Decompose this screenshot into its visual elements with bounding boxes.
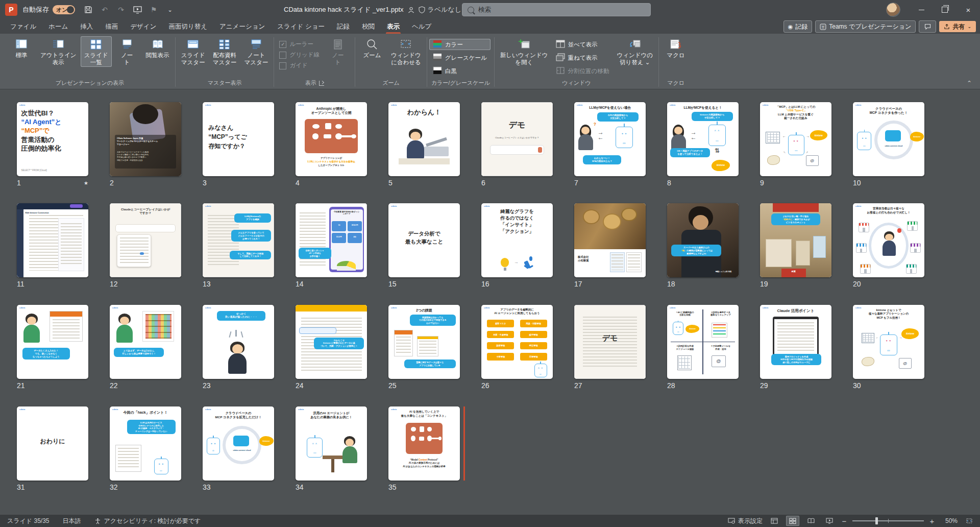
slide-thumbnail[interactable]: cdataクラウドベースのMCP コネクタを作った！cdata connect … (853, 102, 924, 176)
language-indicator[interactable]: 日本語 (63, 517, 81, 525)
slide-thumbnail[interactable]: cdata①AI に業績関係の分析を依頼● ●kintone②訪問を優先すべき顧… (667, 305, 739, 379)
ribbon-button[interactable]: 標準 (7, 36, 36, 60)
restore-button[interactable] (933, 0, 957, 19)
save-icon[interactable] (81, 3, 95, 16)
display-settings-button[interactable]: 表示設定 (728, 517, 763, 525)
slide-thumbnail[interactable]: cdataクラウドベースのMCP コネクタを拡充しただけ！cdata conne… (203, 406, 274, 481)
minimize-button[interactable] (910, 0, 933, 19)
slide-thumbnail[interactable]: デモ (574, 305, 646, 379)
slide-thumbnail[interactable]: デモClaudeとコーヒーブレイクはいかがですか？ (481, 102, 553, 176)
share-button[interactable]: 共有 ⌄ (939, 21, 976, 32)
zoom-in-button[interactable]: + (929, 517, 935, 525)
slide-thumbnail[interactable]: スーパーやお土産屋さんの「棚」の確保が営業側にとっては最重要なんですよね情報シス… (667, 203, 739, 277)
slide-thumbnail[interactable]: cdataLLMがMCPを使えない場合今年の商談情報から予実分析して？？→←● … (574, 102, 646, 176)
ribbon-tab[interactable]: ヘルプ (406, 19, 437, 34)
ribbon-tab[interactable]: 画面切り替え (162, 19, 213, 34)
search-input[interactable]: 検索 (462, 3, 651, 16)
slide-thumbnail[interactable]: cdata汎用のAI エージェントがあなたの業務の良きお供に！^ ^ (296, 406, 367, 481)
undo-icon[interactable]: ↶ (97, 3, 112, 16)
collapse-ribbon-icon[interactable]: ⌃ (967, 80, 972, 87)
slide-thumbnail[interactable]: cdataアプリのデータを縦断的にAI エージェントに利用してもらおう顧客マスタ… (481, 305, 553, 379)
record-button[interactable]: ◉ 記録 (783, 20, 813, 33)
ribbon-button[interactable]: マクロ (661, 36, 691, 60)
ribbon-tab[interactable]: 挿入 (74, 19, 99, 34)
ribbon-button[interactable]: ズーム (357, 36, 387, 60)
slide-thumbnail[interactable]: 株式会社小松製菓 (574, 203, 646, 277)
ribbon-button[interactable]: アウトライン 表示 (37, 36, 80, 67)
zoom-slider-thumb[interactable] (875, 517, 878, 524)
reading-view-button[interactable] (804, 516, 818, 526)
ribbon-button[interactable]: ノート マスター (241, 36, 272, 67)
ribbon-tab[interactable]: ホーム (42, 19, 74, 34)
ribbon-button[interactable]: ノー ト (323, 36, 353, 67)
ribbon-button[interactable]: 並べて表示 (552, 39, 613, 50)
slide-thumbnail[interactable]: cdataデータ分析で最も大事なこと (388, 203, 460, 277)
label-status[interactable]: ラベルなし (428, 5, 462, 14)
slide-thumbnail[interactable]: cdatakintone とセットで様々な基幹アプリケーションのMCP もフル活… (853, 305, 924, 379)
slide-thumbnail[interactable]: cdataみなさん“MCP”ってご存知ですか？ (203, 102, 274, 176)
ribbon-tab[interactable]: スライド ショー (271, 19, 331, 34)
ribbon-tab[interactable]: デザイン (124, 19, 162, 34)
teams-present-button[interactable]: T Teams でプレゼンテーション (815, 20, 916, 33)
accessibility-status[interactable]: アクセシビリティ: 検討が必要です (94, 517, 201, 525)
ribbon-button[interactable]: カラー (429, 39, 491, 50)
zoom-percent[interactable]: 50% (940, 517, 958, 524)
slide-thumbnail[interactable]: Claudeとコーヒーブレイクはいかがですか？ (110, 203, 181, 277)
slide-thumbnail[interactable]: cdataわからん！ (388, 102, 460, 176)
slide-thumbnail[interactable]: cdataとりあえず、データは入れたし忙しいから後は感覚で頑張ろう！ (110, 305, 181, 379)
slide-indicator[interactable]: スライド 35/35 (7, 517, 50, 525)
ribbon-button[interactable]: ウィンドウの 切り替え ⌄ (613, 36, 656, 67)
slide-thumbnail[interactable]: だからこそkintone に蓄積されたデータに基づいて、判断・アクションが重要に… (296, 305, 367, 379)
slide-thumbnail[interactable]: cdata今回の「hack」ポイント！LLM は汎用のサービス今回のシナリオに特… (110, 406, 181, 481)
ribbon-tab[interactable]: 表示 (381, 19, 406, 34)
ribbon-tab[interactable]: 描画 (99, 19, 124, 34)
slide-thumbnail[interactable]: cdataLLMがMCPを使えると！kintone の商談情報から予実分析して？… (667, 102, 739, 176)
avatar[interactable] (886, 3, 900, 17)
ribbon-button[interactable]: 重ねて表示 (552, 52, 613, 63)
slide-thumbnail[interactable]: cdataデータたくさん入れた！でも、使いこなせなくなっちゃったらどうしよう (17, 305, 88, 379)
ribbon-button[interactable]: 分割位置の移動 (552, 65, 613, 77)
ribbon-button[interactable]: グレースケール (429, 52, 491, 63)
close-button[interactable]: × (957, 0, 980, 19)
slide-thumbnail[interactable]: cdataせっかく良い道具が揃ったのに・・・ (203, 305, 274, 379)
comments-button[interactable] (919, 20, 936, 33)
start-slideshow-icon[interactable] (130, 3, 144, 16)
flag-icon[interactable]: ⚑ (146, 3, 161, 16)
ribbon-button[interactable]: スライド マスター (178, 36, 209, 67)
slide-sorter-view-button[interactable] (786, 516, 799, 526)
ribbon-button[interactable]: 閲覧表示 (142, 36, 173, 60)
ribbon-checkbox[interactable]: ガイド (279, 62, 320, 69)
ribbon-button[interactable]: 配布資料 マスター (209, 36, 240, 67)
ribbon-tab[interactable]: ファイル (4, 19, 42, 34)
normal-view-button[interactable] (768, 516, 781, 526)
dialog-launcher-icon[interactable] (319, 81, 324, 86)
slide-thumbnail[interactable]: cdataClaude 活用ポイント専用プロジェクトを作成目的や使うMCPの情報… (760, 305, 831, 379)
ribbon-button[interactable]: ウィンドウ に合わせる (387, 36, 425, 67)
slide-thumbnail[interactable]: Edit kintone Connection (17, 203, 88, 277)
zoom-out-button[interactable]: − (841, 517, 847, 525)
fit-slide-to-window-button[interactable] (963, 516, 976, 526)
ribbon-button[interactable]: ノー ト (112, 36, 142, 67)
ribbon-button[interactable]: 新しいウィンドウ を開く (497, 36, 552, 67)
ribbon-checkbox[interactable]: ✓ルーラー (279, 40, 320, 48)
slide-thumbnail[interactable]: cdata営業担当者は日々様々なお客様との打ち合わせで大忙し！ (853, 203, 924, 277)
slide-thumbnail[interactable]: どれだけ良い棚・売り場を「戦略的に」確保できるかがビジネスのポイント銘菓 (760, 203, 831, 277)
ribbon-button[interactable]: 白黒 (429, 65, 491, 77)
redo-icon[interactable]: ↷ (114, 3, 128, 16)
slide-thumbnail[interactable]: cdata「MCP」とはLLM にとっての「USB Type-C」LLM と外部… (760, 102, 831, 176)
slide-thumbnail[interactable]: cdata2つの課題商談情報は分かってもその後の状況まで管理できるわけではない営… (388, 305, 460, 379)
autosave-toggle[interactable]: 自動保存 オン (22, 5, 75, 14)
slide-thumbnail[interactable]: 小松製菓 案件状況分析ダッシュボード16819万円51万円4件分析に使うダッシュ… (296, 203, 367, 277)
autosave-switch[interactable]: オン (53, 5, 75, 14)
ribbon-tab[interactable]: 校閲 (356, 19, 381, 34)
slide-thumbnail[interactable]: cdata綺麗なグラフを作るのではなく「インサイト」「アクション」→ (481, 203, 553, 277)
slideshow-view-button[interactable] (823, 516, 836, 526)
slide-thumbnail[interactable]: cdataLLMがkintoneのアプリを確認どんなアプリを使っていてどんなフィ… (203, 203, 274, 277)
slide-thumbnail[interactable]: cdataAnthropic が開発しオープンソースとして公開アプリケーションが… (296, 102, 367, 176)
ribbon-tab[interactable]: アニメーション (213, 19, 271, 34)
slide-thumbnail[interactable]: cdataおわりに (17, 406, 88, 481)
ribbon-checkbox[interactable]: グリッド線 (279, 51, 320, 59)
ribbon-tab[interactable]: 記録 (331, 19, 356, 34)
customize-qat-icon[interactable]: ⌄ (163, 3, 177, 16)
zoom-slider[interactable] (852, 520, 924, 521)
